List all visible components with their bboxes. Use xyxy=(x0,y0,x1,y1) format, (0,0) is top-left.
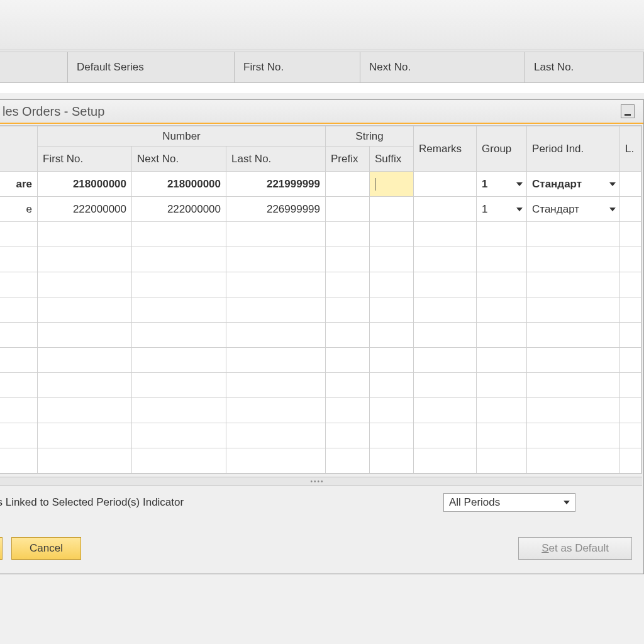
cell-suffix[interactable] xyxy=(370,423,414,448)
splitter-handle[interactable]: •••• xyxy=(0,477,642,486)
cell-last-no[interactable] xyxy=(226,423,326,448)
cell-remarks[interactable] xyxy=(414,222,477,247)
cell-last-no[interactable] xyxy=(226,323,326,348)
cell-first-no[interactable]: 222000000 xyxy=(38,197,132,222)
cell-suffix[interactable] xyxy=(370,272,414,297)
cell-first-no[interactable] xyxy=(38,297,132,323)
table-row[interactable] xyxy=(0,323,641,348)
cell-first-no[interactable]: 218000000 xyxy=(38,172,132,197)
cell-prefix[interactable] xyxy=(326,423,370,448)
cell-last-no[interactable] xyxy=(226,272,326,297)
cell-name[interactable] xyxy=(0,297,38,323)
col-next-no[interactable]: Next No. xyxy=(360,52,525,82)
cell-last-no[interactable] xyxy=(226,398,326,423)
table-row[interactable]: are2180000002180000002219999991Стандарт xyxy=(0,172,641,197)
cell-period-ind[interactable] xyxy=(527,297,620,323)
col-last-no[interactable]: Last No. xyxy=(226,147,326,172)
cell-remarks[interactable] xyxy=(414,423,477,448)
cell-prefix[interactable] xyxy=(326,323,370,348)
cell-first-no[interactable] xyxy=(38,448,132,474)
cell-name[interactable] xyxy=(0,323,38,348)
cell-next-no[interactable] xyxy=(132,423,226,448)
cell-remarks[interactable] xyxy=(414,448,477,474)
cell-period-ind[interactable] xyxy=(527,272,620,297)
table-row[interactable] xyxy=(0,222,641,247)
cell-group[interactable] xyxy=(477,222,527,247)
cancel-button[interactable]: Cancel xyxy=(11,537,81,560)
cell-last-no[interactable]: 221999999 xyxy=(226,172,326,197)
col-first-no[interactable]: First No. xyxy=(38,147,132,172)
col-name[interactable] xyxy=(0,126,38,172)
table-row[interactable] xyxy=(0,373,641,398)
cell-remarks[interactable] xyxy=(414,323,477,348)
cell-first-no[interactable] xyxy=(38,247,132,272)
cell-prefix[interactable] xyxy=(326,398,370,423)
cell-period-ind[interactable]: Стандарт xyxy=(527,172,620,197)
cell-name[interactable] xyxy=(0,398,38,423)
table-row[interactable] xyxy=(0,272,641,297)
cell-last[interactable] xyxy=(620,197,641,222)
col-period-ind[interactable]: Period Ind. xyxy=(527,126,620,172)
cell-first-no[interactable] xyxy=(38,423,132,448)
cell-last-no[interactable] xyxy=(226,348,326,373)
cell-name[interactable]: are xyxy=(0,172,38,197)
cell-next-no[interactable] xyxy=(132,398,226,423)
cell-suffix[interactable] xyxy=(370,373,414,398)
cell-period-ind[interactable]: Стандарт xyxy=(527,197,620,222)
cell-group[interactable] xyxy=(477,323,527,348)
ok-button[interactable] xyxy=(0,537,3,560)
period-filter-select[interactable]: All Periods xyxy=(443,493,575,512)
cell-group[interactable]: 1 xyxy=(477,172,527,197)
col-prefix[interactable]: Prefix xyxy=(326,147,370,172)
cell-next-no[interactable] xyxy=(132,323,226,348)
cell-last-no[interactable] xyxy=(226,222,326,247)
cell-next-no[interactable]: 218000000 xyxy=(132,172,226,197)
cell-group[interactable] xyxy=(477,448,527,474)
cell-group[interactable] xyxy=(477,272,527,297)
cell-next-no[interactable] xyxy=(132,448,226,474)
cell-last-no[interactable]: 226999999 xyxy=(226,197,326,222)
cell-remarks[interactable] xyxy=(414,373,477,398)
col-suffix[interactable]: Suffix xyxy=(370,147,414,172)
cell-prefix[interactable] xyxy=(326,348,370,373)
col-group[interactable]: Group xyxy=(477,126,527,172)
cell-last-no[interactable] xyxy=(226,297,326,323)
cell-last-no[interactable] xyxy=(226,448,326,474)
cell-first-no[interactable] xyxy=(38,348,132,373)
cell-group[interactable] xyxy=(477,247,527,272)
cell-suffix[interactable] xyxy=(370,398,414,423)
cell-name[interactable] xyxy=(0,247,38,272)
cell-suffix[interactable] xyxy=(370,323,414,348)
cell-prefix[interactable] xyxy=(326,373,370,398)
cell-group[interactable] xyxy=(477,348,527,373)
cell-period-ind[interactable] xyxy=(527,373,620,398)
cell-last[interactable] xyxy=(620,272,641,297)
cell-suffix[interactable] xyxy=(370,348,414,373)
cell-last-no[interactable] xyxy=(226,247,326,272)
table-row[interactable] xyxy=(0,423,641,448)
cell-prefix[interactable] xyxy=(326,297,370,323)
cell-name[interactable]: e xyxy=(0,197,38,222)
cell-period-ind[interactable] xyxy=(527,348,620,373)
col-group-number[interactable]: Number xyxy=(38,126,326,147)
cell-last[interactable] xyxy=(620,297,641,323)
cell-group[interactable] xyxy=(477,423,527,448)
cell-remarks[interactable] xyxy=(414,197,477,222)
table-row[interactable]: e2220000002220000002269999991Стандарт xyxy=(0,197,641,222)
cell-group[interactable] xyxy=(477,297,527,323)
cell-suffix[interactable] xyxy=(370,222,414,247)
cell-last[interactable] xyxy=(620,247,641,272)
cell-group[interactable]: 1 xyxy=(477,197,527,222)
cell-group[interactable] xyxy=(477,373,527,398)
cell-suffix[interactable] xyxy=(370,297,414,323)
cell-first-no[interactable] xyxy=(38,272,132,297)
cell-name[interactable] xyxy=(0,222,38,247)
table-row[interactable] xyxy=(0,297,641,323)
table-row[interactable] xyxy=(0,448,641,474)
cell-name[interactable] xyxy=(0,423,38,448)
set-as-default-button[interactable]: Set as Default xyxy=(518,537,632,560)
cell-group[interactable] xyxy=(477,398,527,423)
table-row[interactable] xyxy=(0,348,641,373)
cell-prefix[interactable] xyxy=(326,197,370,222)
cell-suffix[interactable] xyxy=(370,448,414,474)
